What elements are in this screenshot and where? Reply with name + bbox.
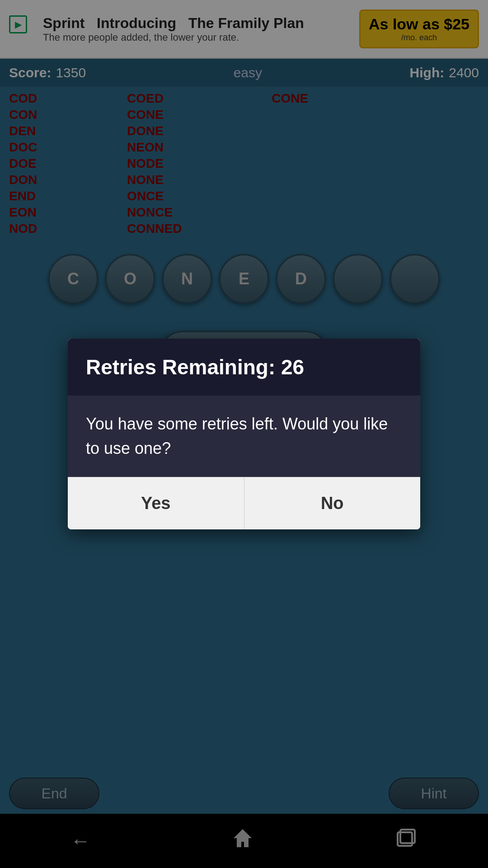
dialog-message: You have some retries left. Would you li… xyxy=(86,412,402,461)
dialog-body: You have some retries left. Would you li… xyxy=(68,396,420,477)
dialog-title: Retries Remaining: 26 xyxy=(86,355,402,379)
dialog-yes-button[interactable]: Yes xyxy=(68,477,244,529)
retry-dialog: Retries Remaining: 26 You have some retr… xyxy=(68,339,420,529)
dialog-no-button[interactable]: No xyxy=(244,477,421,529)
dialog-buttons: Yes No xyxy=(68,477,420,529)
dialog-header: Retries Remaining: 26 xyxy=(68,339,420,396)
dialog-overlay: Retries Remaining: 26 You have some retr… xyxy=(0,0,488,868)
